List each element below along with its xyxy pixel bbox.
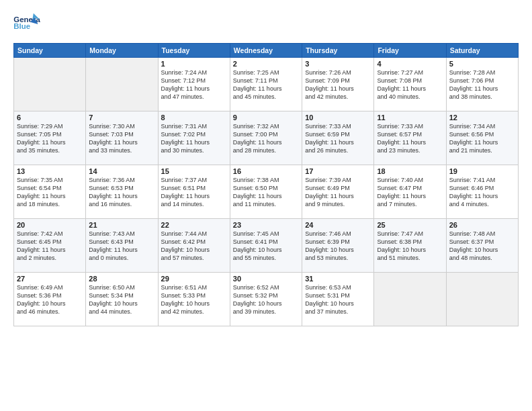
day-number: 28 bbox=[89, 275, 154, 283]
day-number: 27 bbox=[17, 275, 83, 283]
day-number: 2 bbox=[233, 60, 299, 68]
week-row-2: 6Sunrise: 7:29 AM Sunset: 7:05 PM Daylig… bbox=[14, 111, 519, 165]
day-number: 30 bbox=[233, 275, 299, 283]
week-row-4: 20Sunrise: 7:42 AM Sunset: 6:45 PM Dayli… bbox=[14, 219, 519, 273]
day-number: 12 bbox=[449, 113, 515, 122]
day-number: 19 bbox=[449, 167, 515, 175]
calendar-cell: 1Sunrise: 7:24 AM Sunset: 7:12 PM Daylig… bbox=[158, 58, 230, 111]
calendar-cell: 18Sunrise: 7:40 AM Sunset: 6:47 PM Dayli… bbox=[374, 165, 446, 219]
calendar-cell: 29Sunrise: 6:51 AM Sunset: 5:33 PM Dayli… bbox=[158, 273, 230, 326]
day-number: 18 bbox=[377, 167, 443, 175]
day-number: 26 bbox=[449, 221, 515, 229]
day-info: Sunrise: 7:43 AM Sunset: 6:43 PM Dayligh… bbox=[89, 230, 154, 263]
header: General Blue bbox=[13, 12, 519, 36]
day-number: 1 bbox=[161, 60, 227, 68]
calendar-cell: 16Sunrise: 7:38 AM Sunset: 6:50 PM Dayli… bbox=[230, 165, 302, 219]
day-info: Sunrise: 7:44 AM Sunset: 6:42 PM Dayligh… bbox=[161, 230, 227, 263]
weekday-header-sunday: Sunday bbox=[14, 44, 86, 58]
calendar-cell: 30Sunrise: 6:52 AM Sunset: 5:32 PM Dayli… bbox=[230, 273, 302, 326]
day-number: 9 bbox=[233, 113, 299, 122]
calendar-cell: 22Sunrise: 7:44 AM Sunset: 6:42 PM Dayli… bbox=[158, 219, 230, 273]
calendar-cell bbox=[14, 58, 86, 111]
day-number: 4 bbox=[377, 60, 443, 68]
weekday-header-row: SundayMondayTuesdayWednesdayThursdayFrid… bbox=[14, 44, 519, 58]
day-info: Sunrise: 7:31 AM Sunset: 7:02 PM Dayligh… bbox=[161, 122, 227, 155]
day-info: Sunrise: 7:27 AM Sunset: 7:08 PM Dayligh… bbox=[377, 68, 443, 101]
weekday-header-saturday: Saturday bbox=[446, 44, 518, 58]
day-number: 23 bbox=[233, 221, 299, 229]
day-info: Sunrise: 7:45 AM Sunset: 6:41 PM Dayligh… bbox=[233, 230, 299, 263]
day-info: Sunrise: 7:35 AM Sunset: 6:54 PM Dayligh… bbox=[17, 176, 83, 209]
day-number: 14 bbox=[89, 167, 154, 175]
day-number: 3 bbox=[305, 60, 371, 68]
calendar-cell: 27Sunrise: 6:49 AM Sunset: 5:36 PM Dayli… bbox=[14, 273, 86, 326]
calendar-cell: 12Sunrise: 7:34 AM Sunset: 6:56 PM Dayli… bbox=[446, 111, 518, 165]
day-info: Sunrise: 7:30 AM Sunset: 7:03 PM Dayligh… bbox=[89, 122, 154, 155]
day-number: 25 bbox=[377, 221, 443, 229]
weekday-header-wednesday: Wednesday bbox=[230, 44, 302, 58]
day-info: Sunrise: 7:42 AM Sunset: 6:45 PM Dayligh… bbox=[17, 230, 83, 263]
day-number: 21 bbox=[89, 221, 154, 229]
day-info: Sunrise: 7:36 AM Sunset: 6:53 PM Dayligh… bbox=[89, 176, 154, 209]
day-info: Sunrise: 6:49 AM Sunset: 5:36 PM Dayligh… bbox=[17, 283, 83, 316]
calendar-cell: 10Sunrise: 7:33 AM Sunset: 6:59 PM Dayli… bbox=[302, 111, 374, 165]
logo-icon: General Blue bbox=[13, 12, 40, 36]
calendar-cell: 31Sunrise: 6:53 AM Sunset: 5:31 PM Dayli… bbox=[302, 273, 374, 326]
day-info: Sunrise: 7:28 AM Sunset: 7:06 PM Dayligh… bbox=[449, 68, 515, 101]
day-number: 16 bbox=[233, 167, 299, 175]
day-info: Sunrise: 6:50 AM Sunset: 5:34 PM Dayligh… bbox=[89, 283, 154, 316]
day-info: Sunrise: 7:38 AM Sunset: 6:50 PM Dayligh… bbox=[233, 176, 299, 209]
calendar-table: SundayMondayTuesdayWednesdayThursdayFrid… bbox=[13, 43, 519, 326]
calendar-cell: 14Sunrise: 7:36 AM Sunset: 6:53 PM Dayli… bbox=[86, 165, 158, 219]
calendar-cell: 11Sunrise: 7:33 AM Sunset: 6:57 PM Dayli… bbox=[374, 111, 446, 165]
day-number: 22 bbox=[161, 221, 227, 229]
day-number: 20 bbox=[17, 221, 83, 229]
week-row-5: 27Sunrise: 6:49 AM Sunset: 5:36 PM Dayli… bbox=[14, 273, 519, 326]
day-info: Sunrise: 7:33 AM Sunset: 6:57 PM Dayligh… bbox=[377, 122, 443, 155]
weekday-header-thursday: Thursday bbox=[302, 44, 374, 58]
day-number: 29 bbox=[161, 275, 227, 283]
day-number: 31 bbox=[305, 275, 371, 283]
day-number: 10 bbox=[305, 113, 371, 122]
weekday-header-tuesday: Tuesday bbox=[158, 44, 230, 58]
day-info: Sunrise: 7:37 AM Sunset: 6:51 PM Dayligh… bbox=[161, 176, 227, 209]
day-number: 7 bbox=[89, 113, 154, 122]
calendar-cell: 2Sunrise: 7:25 AM Sunset: 7:11 PM Daylig… bbox=[230, 58, 302, 111]
day-info: Sunrise: 7:39 AM Sunset: 6:49 PM Dayligh… bbox=[305, 176, 371, 209]
day-info: Sunrise: 7:24 AM Sunset: 7:12 PM Dayligh… bbox=[161, 68, 227, 101]
calendar-cell: 28Sunrise: 6:50 AM Sunset: 5:34 PM Dayli… bbox=[86, 273, 158, 326]
day-number: 13 bbox=[17, 167, 83, 175]
calendar-cell: 6Sunrise: 7:29 AM Sunset: 7:05 PM Daylig… bbox=[14, 111, 86, 165]
weekday-header-monday: Monday bbox=[86, 44, 158, 58]
day-info: Sunrise: 6:52 AM Sunset: 5:32 PM Dayligh… bbox=[233, 283, 299, 316]
day-info: Sunrise: 7:48 AM Sunset: 6:37 PM Dayligh… bbox=[449, 230, 515, 263]
logo: General Blue bbox=[13, 12, 40, 36]
week-row-3: 13Sunrise: 7:35 AM Sunset: 6:54 PM Dayli… bbox=[14, 165, 519, 219]
day-info: Sunrise: 7:25 AM Sunset: 7:11 PM Dayligh… bbox=[233, 68, 299, 101]
day-number: 24 bbox=[305, 221, 371, 229]
calendar-cell: 20Sunrise: 7:42 AM Sunset: 6:45 PM Dayli… bbox=[14, 219, 86, 273]
calendar-cell: 25Sunrise: 7:47 AM Sunset: 6:38 PM Dayli… bbox=[374, 219, 446, 273]
day-info: Sunrise: 7:47 AM Sunset: 6:38 PM Dayligh… bbox=[377, 230, 443, 263]
day-info: Sunrise: 7:46 AM Sunset: 6:39 PM Dayligh… bbox=[305, 230, 371, 263]
calendar-cell: 4Sunrise: 7:27 AM Sunset: 7:08 PM Daylig… bbox=[374, 58, 446, 111]
calendar-cell bbox=[374, 273, 446, 326]
day-number: 8 bbox=[161, 113, 227, 122]
calendar-cell bbox=[446, 273, 518, 326]
day-info: Sunrise: 7:41 AM Sunset: 6:46 PM Dayligh… bbox=[449, 176, 515, 209]
day-info: Sunrise: 6:53 AM Sunset: 5:31 PM Dayligh… bbox=[305, 283, 371, 316]
day-info: Sunrise: 7:32 AM Sunset: 7:00 PM Dayligh… bbox=[233, 122, 299, 155]
calendar-cell: 23Sunrise: 7:45 AM Sunset: 6:41 PM Dayli… bbox=[230, 219, 302, 273]
day-info: Sunrise: 6:51 AM Sunset: 5:33 PM Dayligh… bbox=[161, 283, 227, 316]
calendar-cell: 13Sunrise: 7:35 AM Sunset: 6:54 PM Dayli… bbox=[14, 165, 86, 219]
day-info: Sunrise: 7:26 AM Sunset: 7:09 PM Dayligh… bbox=[305, 68, 371, 101]
calendar-cell: 19Sunrise: 7:41 AM Sunset: 6:46 PM Dayli… bbox=[446, 165, 518, 219]
day-number: 17 bbox=[305, 167, 371, 175]
weekday-header-friday: Friday bbox=[374, 44, 446, 58]
calendar-cell: 21Sunrise: 7:43 AM Sunset: 6:43 PM Dayli… bbox=[86, 219, 158, 273]
week-row-1: 1Sunrise: 7:24 AM Sunset: 7:12 PM Daylig… bbox=[14, 58, 519, 111]
day-info: Sunrise: 7:29 AM Sunset: 7:05 PM Dayligh… bbox=[17, 122, 83, 155]
calendar-cell: 3Sunrise: 7:26 AM Sunset: 7:09 PM Daylig… bbox=[302, 58, 374, 111]
calendar-cell: 5Sunrise: 7:28 AM Sunset: 7:06 PM Daylig… bbox=[446, 58, 518, 111]
day-number: 15 bbox=[161, 167, 227, 175]
